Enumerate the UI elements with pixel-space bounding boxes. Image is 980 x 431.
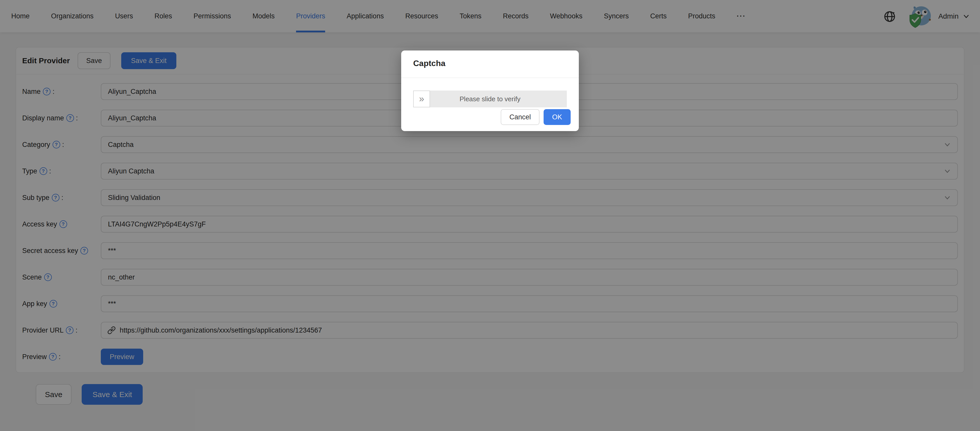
modal-title: Captcha [413,59,445,68]
slider-handle[interactable]: » [413,90,430,107]
cancel-button[interactable]: Cancel [501,109,539,125]
double-chevron-right-icon: » [419,93,424,104]
slider-hint-text: Please slide to verify [413,90,567,107]
modal-header-divider [401,78,579,78]
ok-button[interactable]: OK [544,109,571,125]
captcha-slider: Please slide to verify » [413,90,567,107]
modal-footer: Cancel OK [501,109,571,125]
captcha-modal: Captcha Please slide to verify » Cancel … [401,51,579,131]
